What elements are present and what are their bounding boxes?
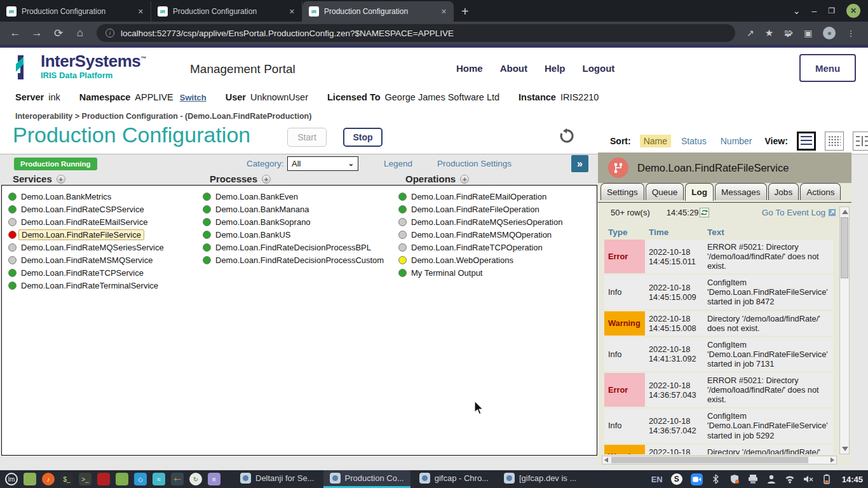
tab-log[interactable]: Log (685, 183, 714, 201)
stop-button[interactable]: Stop (343, 128, 383, 147)
status-dot-green[interactable] (203, 205, 211, 214)
zoom-icon[interactable] (691, 473, 703, 485)
nav-logout[interactable]: Logout (583, 63, 615, 74)
config-item-name[interactable]: Demo.Loan.FindRateFileService (18, 229, 144, 240)
view-grid-button[interactable] (825, 132, 844, 151)
folder-icon[interactable] (116, 473, 128, 485)
add-process-button[interactable]: + (262, 175, 271, 184)
config-item-name[interactable]: Demo.Loan.BankEven (215, 192, 298, 201)
sort-by-number[interactable]: Number (717, 135, 756, 147)
status-dot-gray[interactable] (398, 231, 407, 239)
config-item[interactable]: Demo.Loan.FindRateTerminalService (8, 279, 164, 292)
config-item[interactable]: Demo.Loan.FindRateDecisionProcessCustom (203, 254, 384, 266)
log-vertical-scrollbar[interactable] (839, 207, 850, 454)
profile-avatar[interactable]: ● (823, 27, 836, 39)
share-icon[interactable]: ↗ (747, 28, 754, 38)
config-item-name[interactable]: Demo.Loan.FindRateTCPOperation (411, 243, 543, 252)
config-item-name[interactable]: Demo.Loan.WebOperations (411, 255, 513, 265)
scroll-up-icon[interactable] (842, 210, 848, 214)
config-item[interactable]: Demo.Loan.FindRateMQSeriesService (8, 241, 164, 254)
switch-namespace-link[interactable]: Switch (180, 93, 207, 102)
tab-actions[interactable]: Actions (800, 183, 841, 200)
tab-settings[interactable]: Settings (600, 183, 644, 200)
log-header-type[interactable]: Type (604, 226, 645, 238)
tab-jobs[interactable]: Jobs (768, 183, 799, 200)
view-list-button[interactable] (797, 132, 816, 151)
go-to-event-log-link[interactable]: Go To Event Log (762, 208, 836, 217)
add-operation-button[interactable]: + (460, 175, 469, 184)
config-item-name[interactable]: Demo.Loan.FindRateTCPService (21, 268, 144, 278)
timeshift-icon[interactable]: ↻ (189, 473, 202, 485)
printer-icon[interactable] (748, 474, 758, 484)
status-dot-green[interactable] (203, 193, 211, 201)
status-dot-green[interactable] (203, 256, 211, 264)
status-dot-gray[interactable] (8, 243, 17, 252)
tab-queue[interactable]: Queue (646, 183, 684, 200)
browser-menu-icon[interactable]: ⋮ (846, 29, 855, 38)
window-close-icon[interactable]: ✕ (846, 4, 860, 18)
bookmark-star-icon[interactable]: ★ (765, 27, 773, 39)
horizontal-scroll-thumb[interactable] (611, 457, 808, 463)
forward-icon[interactable]: → (28, 27, 46, 39)
production-settings-link[interactable]: Production Settings (437, 159, 512, 168)
status-dot-green[interactable] (8, 193, 17, 201)
taskbar-window-button[interactable]: Production Co... (323, 470, 410, 488)
config-item[interactable]: Demo.Loan.BankUS (203, 228, 384, 241)
sort-by-status[interactable]: Status (677, 135, 710, 147)
config-item[interactable]: Demo.Loan.FindRateDecisionProcessBPL (203, 241, 384, 254)
files-icon[interactable] (24, 473, 36, 485)
config-item-name[interactable]: Demo.Loan.FindRateFileOperation (411, 205, 539, 214)
back-icon[interactable]: ← (6, 27, 24, 39)
sidebar-icon[interactable]: ▣ (804, 28, 812, 38)
vscode-icon[interactable]: ◇ (134, 473, 147, 485)
red-app-icon[interactable] (97, 473, 110, 485)
menu-button[interactable]: Menu (799, 54, 856, 82)
minimize-icon[interactable]: – (811, 6, 817, 16)
log-header-time[interactable]: Time (645, 226, 703, 238)
status-dot-red[interactable] (8, 231, 17, 239)
config-item-name[interactable]: Demo.Loan.FindRateEMailService (21, 217, 147, 227)
config-item-name[interactable]: Demo.Loan.FindRateTerminalService (21, 281, 158, 290)
user-icon[interactable] (766, 474, 776, 484)
browser-tab[interactable]: IRProduction Configuration✕ (151, 1, 302, 22)
tab-close-icon[interactable]: ✕ (136, 8, 146, 16)
category-select[interactable]: All ⌄ (287, 156, 358, 171)
status-dot-gray[interactable] (8, 218, 17, 226)
start-button[interactable]: Start (287, 128, 327, 147)
config-item[interactable]: Demo.Loan.BankEven (203, 190, 384, 203)
vertical-scroll-thumb[interactable] (841, 217, 848, 278)
status-dot-green[interactable] (398, 193, 407, 201)
config-item-name[interactable]: Demo.Loan.BankManana (215, 205, 309, 214)
sort-by-name[interactable]: Name (640, 135, 671, 147)
rhythmbox-icon[interactable]: ♪ (42, 473, 55, 485)
status-dot-yellow[interactable] (398, 256, 407, 264)
taskbar-window-button[interactable]: gifcap - Chro... (413, 470, 495, 488)
legend-link[interactable]: Legend (384, 159, 412, 168)
nav-help[interactable]: Help (545, 63, 566, 74)
mint-menu-icon[interactable]: lm (5, 473, 18, 485)
config-item[interactable]: Demo.Loan.WebOperations (398, 254, 562, 266)
refresh-spinner-icon[interactable] (559, 128, 574, 144)
status-dot-green[interactable] (398, 205, 407, 214)
status-dot-gray[interactable] (398, 218, 407, 226)
config-item[interactable]: Demo.Loan.FindRateCSPService (8, 203, 164, 215)
breadcrumb-production-configuration[interactable]: Production Configuration (82, 112, 178, 121)
browser-tab[interactable]: IRProduction Configuration✕ (0, 1, 151, 22)
status-dot-green[interactable] (8, 281, 17, 290)
scroll-down-icon[interactable] (842, 447, 848, 451)
config-item-name[interactable]: Demo.Loan.FindRateDecisionProcessBPL (215, 243, 371, 252)
config-item-name[interactable]: Demo.Loan.BankMetrics (21, 192, 111, 201)
restore-icon[interactable]: ❐ (828, 6, 835, 15)
notes-icon[interactable]: ≡ (208, 473, 220, 485)
shield-icon[interactable] (729, 474, 740, 484)
status-dot-green[interactable] (203, 231, 211, 239)
status-dot-green[interactable] (203, 218, 211, 226)
config-item[interactable]: Demo.Loan.FindRateMQSeriesOperation (398, 215, 562, 228)
config-item-name[interactable]: Demo.Loan.FindRateMQSeriesService (21, 243, 164, 252)
config-item-name[interactable]: Demo.Loan.FindRateDecisionProcessCustom (215, 255, 384, 265)
scroll-right-icon[interactable] (831, 458, 834, 463)
battery-icon[interactable] (822, 474, 832, 484)
config-item-name[interactable]: Demo.Loan.FindRateCSPService (21, 205, 144, 214)
nav-home[interactable]: Home (456, 63, 483, 74)
tab-messages[interactable]: Messages (715, 183, 767, 200)
